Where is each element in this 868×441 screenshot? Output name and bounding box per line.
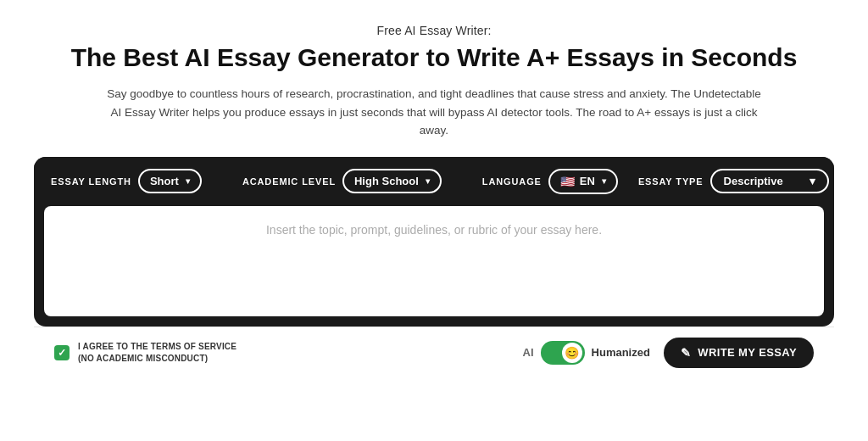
essay-type-chevron-icon: ▾ xyxy=(810,175,815,187)
academic-level-chevron-icon: ▾ xyxy=(426,176,430,186)
essay-length-value: Short xyxy=(150,175,179,187)
language-dropdown[interactable]: 🇺🇸 EN ▾ xyxy=(548,169,618,194)
academic-level-dropdown[interactable]: High School ▾ xyxy=(342,169,442,193)
flag-icon: 🇺🇸 xyxy=(560,175,575,188)
write-essay-button[interactable]: ✎ WRITE MY ESSAY xyxy=(664,338,814,368)
essay-input-container xyxy=(44,206,824,316)
page-subtitle: Free AI Essay Writer: xyxy=(377,24,492,37)
toggle-thumb-icon: 😊 xyxy=(562,343,582,363)
page-main-title: The Best AI Essay Generator to Write A+ … xyxy=(71,42,798,73)
write-button-label: WRITE MY ESSAY xyxy=(698,346,797,359)
essay-type-value: Descriptive xyxy=(724,175,783,187)
essay-textarea[interactable] xyxy=(44,206,824,316)
terms-text: I AGREE TO THE TERMS OF SERVICE (NO ACAD… xyxy=(78,341,236,365)
essay-tool-container: ESSAY LENGTH Short ▾ ACADEMIC LEVEL High… xyxy=(34,157,834,327)
academic-level-group: ACADEMIC LEVEL High School ▾ xyxy=(242,169,442,193)
language-label: LANGUAGE xyxy=(482,176,542,187)
pencil-icon: ✎ xyxy=(681,346,691,360)
essay-length-group: ESSAY LENGTH Short ▾ xyxy=(51,169,202,193)
academic-level-value: High School xyxy=(354,175,419,187)
essay-type-dropdown[interactable]: Descriptive ▾ xyxy=(710,169,829,193)
language-value: EN xyxy=(580,175,595,187)
ai-toggle-label: AI xyxy=(523,346,534,359)
ai-humanized-toggle-group: AI 😊 Humanized xyxy=(523,341,650,365)
bottom-bar: I AGREE TO THE TERMS OF SERVICE (NO ACAD… xyxy=(34,327,834,378)
academic-level-label: ACADEMIC LEVEL xyxy=(242,176,336,187)
terms-checkbox[interactable] xyxy=(54,345,70,360)
terms-line2: (NO ACADEMIC MISCONDUCT) xyxy=(78,354,208,363)
humanized-toggle-label: Humanized xyxy=(592,346,650,359)
terms-line1: I AGREE TO THE TERMS OF SERVICE xyxy=(78,342,236,351)
page-description: Say goodbye to countless hours of resear… xyxy=(103,85,765,140)
essay-length-chevron-icon: ▾ xyxy=(186,176,190,186)
options-toolbar: ESSAY LENGTH Short ▾ ACADEMIC LEVEL High… xyxy=(34,157,834,206)
humanized-toggle[interactable]: 😊 xyxy=(541,341,585,365)
right-controls: AI 😊 Humanized ✎ WRITE MY ESSAY xyxy=(523,338,814,368)
language-group: LANGUAGE 🇺🇸 EN ▾ xyxy=(482,169,618,194)
essay-type-group: ESSAY TYPE Descriptive ▾ xyxy=(638,169,829,193)
terms-group: I AGREE TO THE TERMS OF SERVICE (NO ACAD… xyxy=(54,341,236,365)
essay-length-label: ESSAY LENGTH xyxy=(51,176,131,187)
language-chevron-icon: ▾ xyxy=(602,176,606,186)
essay-type-label: ESSAY TYPE xyxy=(638,176,704,187)
essay-length-dropdown[interactable]: Short ▾ xyxy=(138,169,202,193)
